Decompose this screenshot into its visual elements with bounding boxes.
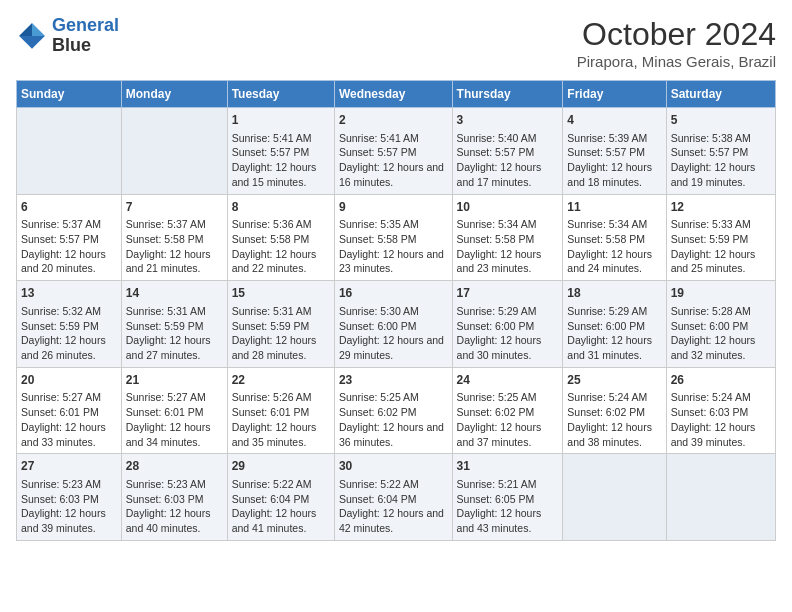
header-cell-friday: Friday (563, 81, 666, 108)
day-number: 27 (21, 458, 117, 475)
day-cell: 23Sunrise: 5:25 AMSunset: 6:02 PMDayligh… (334, 367, 452, 454)
day-cell (121, 108, 227, 195)
sunrise-text: Sunrise: 5:31 AM (232, 304, 330, 319)
day-number: 26 (671, 372, 771, 389)
day-cell: 22Sunrise: 5:26 AMSunset: 6:01 PMDayligh… (227, 367, 334, 454)
sunset-text: Sunset: 6:03 PM (21, 492, 117, 507)
daylight-text: Daylight: 12 hours and 19 minutes. (671, 160, 771, 189)
header-cell-tuesday: Tuesday (227, 81, 334, 108)
day-cell (17, 108, 122, 195)
day-cell: 31Sunrise: 5:21 AMSunset: 6:05 PMDayligh… (452, 454, 563, 541)
daylight-text: Daylight: 12 hours and 24 minutes. (567, 247, 661, 276)
sunset-text: Sunset: 5:59 PM (21, 319, 117, 334)
daylight-text: Daylight: 12 hours and 18 minutes. (567, 160, 661, 189)
page-header: General Blue October 2024 Pirapora, Mina… (16, 16, 776, 70)
daylight-text: Daylight: 12 hours and 17 minutes. (457, 160, 559, 189)
sunrise-text: Sunrise: 5:26 AM (232, 390, 330, 405)
day-cell (563, 454, 666, 541)
day-number: 16 (339, 285, 448, 302)
sunrise-text: Sunrise: 5:37 AM (21, 217, 117, 232)
sunrise-text: Sunrise: 5:34 AM (457, 217, 559, 232)
day-cell: 29Sunrise: 5:22 AMSunset: 6:04 PMDayligh… (227, 454, 334, 541)
daylight-text: Daylight: 12 hours and 32 minutes. (671, 333, 771, 362)
daylight-text: Daylight: 12 hours and 30 minutes. (457, 333, 559, 362)
day-number: 30 (339, 458, 448, 475)
day-number: 21 (126, 372, 223, 389)
sunset-text: Sunset: 6:00 PM (339, 319, 448, 334)
day-number: 4 (567, 112, 661, 129)
calendar-table: SundayMondayTuesdayWednesdayThursdayFrid… (16, 80, 776, 541)
week-row-5: 27Sunrise: 5:23 AMSunset: 6:03 PMDayligh… (17, 454, 776, 541)
sunset-text: Sunset: 6:03 PM (671, 405, 771, 420)
day-number: 10 (457, 199, 559, 216)
day-cell: 15Sunrise: 5:31 AMSunset: 5:59 PMDayligh… (227, 281, 334, 368)
day-cell: 10Sunrise: 5:34 AMSunset: 5:58 PMDayligh… (452, 194, 563, 281)
sunset-text: Sunset: 5:57 PM (567, 145, 661, 160)
daylight-text: Daylight: 12 hours and 26 minutes. (21, 333, 117, 362)
week-row-3: 13Sunrise: 5:32 AMSunset: 5:59 PMDayligh… (17, 281, 776, 368)
day-cell: 6Sunrise: 5:37 AMSunset: 5:57 PMDaylight… (17, 194, 122, 281)
day-cell: 16Sunrise: 5:30 AMSunset: 6:00 PMDayligh… (334, 281, 452, 368)
location-title: Pirapora, Minas Gerais, Brazil (577, 53, 776, 70)
daylight-text: Daylight: 12 hours and 37 minutes. (457, 420, 559, 449)
daylight-text: Daylight: 12 hours and 33 minutes. (21, 420, 117, 449)
header-cell-saturday: Saturday (666, 81, 775, 108)
sunset-text: Sunset: 5:57 PM (21, 232, 117, 247)
day-cell: 24Sunrise: 5:25 AMSunset: 6:02 PMDayligh… (452, 367, 563, 454)
day-number: 25 (567, 372, 661, 389)
day-cell: 18Sunrise: 5:29 AMSunset: 6:00 PMDayligh… (563, 281, 666, 368)
daylight-text: Daylight: 12 hours and 25 minutes. (671, 247, 771, 276)
day-cell: 27Sunrise: 5:23 AMSunset: 6:03 PMDayligh… (17, 454, 122, 541)
sunset-text: Sunset: 5:58 PM (567, 232, 661, 247)
daylight-text: Daylight: 12 hours and 43 minutes. (457, 506, 559, 535)
sunrise-text: Sunrise: 5:25 AM (457, 390, 559, 405)
logo-text: General Blue (52, 16, 119, 56)
sunset-text: Sunset: 6:05 PM (457, 492, 559, 507)
day-number: 23 (339, 372, 448, 389)
daylight-text: Daylight: 12 hours and 42 minutes. (339, 506, 448, 535)
day-cell: 30Sunrise: 5:22 AMSunset: 6:04 PMDayligh… (334, 454, 452, 541)
day-number: 12 (671, 199, 771, 216)
daylight-text: Daylight: 12 hours and 16 minutes. (339, 160, 448, 189)
daylight-text: Daylight: 12 hours and 40 minutes. (126, 506, 223, 535)
sunset-text: Sunset: 5:57 PM (339, 145, 448, 160)
daylight-text: Daylight: 12 hours and 39 minutes. (671, 420, 771, 449)
day-cell (666, 454, 775, 541)
sunset-text: Sunset: 5:57 PM (232, 145, 330, 160)
daylight-text: Daylight: 12 hours and 34 minutes. (126, 420, 223, 449)
sunrise-text: Sunrise: 5:30 AM (339, 304, 448, 319)
week-row-1: 1Sunrise: 5:41 AMSunset: 5:57 PMDaylight… (17, 108, 776, 195)
sunrise-text: Sunrise: 5:32 AM (21, 304, 117, 319)
month-title: October 2024 (577, 16, 776, 53)
day-number: 28 (126, 458, 223, 475)
sunset-text: Sunset: 6:02 PM (339, 405, 448, 420)
sunset-text: Sunset: 5:58 PM (339, 232, 448, 247)
sunset-text: Sunset: 6:01 PM (126, 405, 223, 420)
daylight-text: Daylight: 12 hours and 20 minutes. (21, 247, 117, 276)
day-cell: 5Sunrise: 5:38 AMSunset: 5:57 PMDaylight… (666, 108, 775, 195)
day-number: 18 (567, 285, 661, 302)
sunrise-text: Sunrise: 5:24 AM (567, 390, 661, 405)
week-row-4: 20Sunrise: 5:27 AMSunset: 6:01 PMDayligh… (17, 367, 776, 454)
daylight-text: Daylight: 12 hours and 29 minutes. (339, 333, 448, 362)
day-cell: 12Sunrise: 5:33 AMSunset: 5:59 PMDayligh… (666, 194, 775, 281)
logo-line1: General (52, 15, 119, 35)
day-number: 17 (457, 285, 559, 302)
sunset-text: Sunset: 5:59 PM (232, 319, 330, 334)
daylight-text: Daylight: 12 hours and 39 minutes. (21, 506, 117, 535)
daylight-text: Daylight: 12 hours and 31 minutes. (567, 333, 661, 362)
day-number: 8 (232, 199, 330, 216)
sunrise-text: Sunrise: 5:41 AM (339, 131, 448, 146)
day-cell: 8Sunrise: 5:36 AMSunset: 5:58 PMDaylight… (227, 194, 334, 281)
day-cell: 25Sunrise: 5:24 AMSunset: 6:02 PMDayligh… (563, 367, 666, 454)
daylight-text: Daylight: 12 hours and 27 minutes. (126, 333, 223, 362)
logo: General Blue (16, 16, 119, 56)
day-number: 14 (126, 285, 223, 302)
daylight-text: Daylight: 12 hours and 15 minutes. (232, 160, 330, 189)
sunrise-text: Sunrise: 5:27 AM (126, 390, 223, 405)
day-cell: 17Sunrise: 5:29 AMSunset: 6:00 PMDayligh… (452, 281, 563, 368)
day-cell: 14Sunrise: 5:31 AMSunset: 5:59 PMDayligh… (121, 281, 227, 368)
week-row-2: 6Sunrise: 5:37 AMSunset: 5:57 PMDaylight… (17, 194, 776, 281)
sunset-text: Sunset: 5:58 PM (232, 232, 330, 247)
logo-icon (16, 20, 48, 52)
